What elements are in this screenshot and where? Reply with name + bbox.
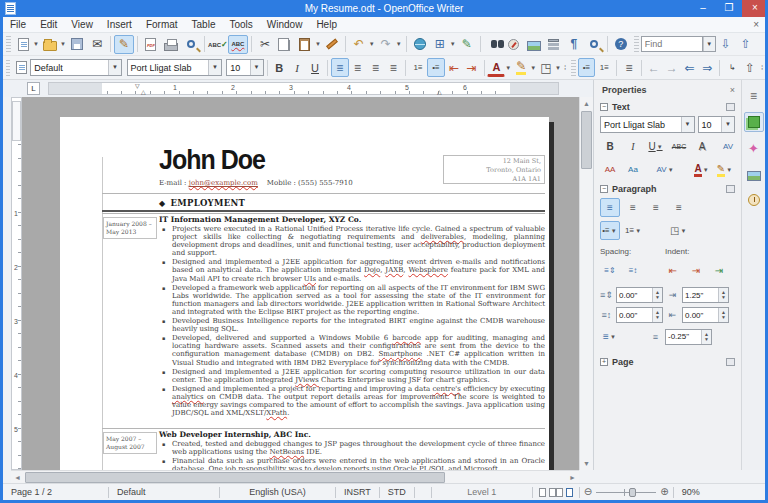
dialog-launcher-icon[interactable]	[726, 103, 735, 111]
align-center-button[interactable]: ≡	[349, 58, 367, 77]
tab-stop-selector[interactable]: L	[27, 82, 40, 95]
document-canvas[interactable]: John Doe 12 Main St, Toronto, Ontario A1…	[22, 97, 579, 470]
toolbar-grip[interactable]	[6, 36, 11, 52]
collapse-icon[interactable]: −	[600, 103, 608, 111]
status-selection-mode[interactable]: STD	[380, 487, 414, 497]
page-section-header[interactable]: + Page	[594, 354, 741, 369]
spinner-icon[interactable]: ▲▼	[718, 288, 728, 302]
formatting-marks-button[interactable]: ¶	[564, 35, 584, 54]
line-spacing-button[interactable]: ≡▼	[600, 327, 620, 346]
insert-unnumbered-entry-button[interactable]: ↳	[723, 58, 741, 77]
toolbar-overflow-icon[interactable]: ⁞	[564, 64, 566, 72]
panel-font-name-combo[interactable]: Port Lligat Slab▼	[600, 116, 695, 133]
zoom-in-icon[interactable]: ⊕	[660, 487, 668, 497]
open-button[interactable]	[40, 35, 60, 54]
menu-insert[interactable]: Insert	[100, 17, 139, 33]
panel-decrease-indent-button[interactable]: ⇥	[686, 261, 706, 280]
gallery-button[interactable]	[524, 35, 544, 54]
menu-format[interactable]: Format	[139, 17, 185, 33]
chevron-down-icon[interactable]: ▼	[108, 60, 121, 75]
export-pdf-button[interactable]: PDF	[141, 35, 161, 54]
help-button[interactable]: ?	[611, 35, 631, 54]
align-right-button[interactable]: ≡	[367, 58, 385, 77]
panel-grow-font-button[interactable]: AA	[600, 160, 620, 179]
status-page-number[interactable]: Page 1 / 2	[3, 487, 108, 497]
menu-help[interactable]: Help	[309, 17, 344, 33]
first-line-indent-field[interactable]: -0.25" ▲▼	[665, 329, 712, 345]
font-name-combo[interactable]: Port Lligat Slab▼	[127, 59, 222, 76]
menu-tools[interactable]: Tools	[222, 17, 259, 33]
right-indent-marker[interactable]: △	[437, 88, 442, 95]
auto-spellcheck-button[interactable]: ABC	[228, 35, 248, 54]
sidebar-tab-styles[interactable]: ✦	[744, 138, 764, 158]
move-up-button[interactable]: ⇧	[741, 58, 759, 77]
chevron-down-icon[interactable]: ▼	[33, 41, 39, 47]
decrease-paragraph-spacing-button[interactable]: ≡↕	[623, 261, 643, 280]
sidebar-tab-navigator[interactable]	[744, 190, 764, 210]
chevron-down-icon[interactable]: ▼	[703, 167, 709, 173]
chevron-down-icon[interactable]: ▼	[611, 228, 617, 234]
menu-file[interactable]: File	[3, 17, 33, 33]
styles-button[interactable]	[12, 58, 30, 77]
text-section-header[interactable]: − Text	[594, 99, 741, 114]
panel-underline-button[interactable]: U▼	[646, 137, 666, 156]
italic-button[interactable]: I	[288, 58, 306, 77]
panel-shrink-font-button[interactable]: Aa	[623, 160, 643, 179]
panel-font-color-button[interactable]: A▼	[692, 160, 712, 179]
data-sources-button[interactable]	[544, 35, 564, 54]
copy-button[interactable]	[275, 35, 295, 54]
paragraph-style-combo[interactable]: Default▼	[30, 59, 122, 76]
bold-button[interactable]: B	[270, 58, 288, 77]
chevron-down-icon[interactable]: ▼	[610, 334, 616, 340]
edit-mode-button[interactable]: ✎	[114, 35, 134, 54]
chevron-down-icon[interactable]: ▼	[505, 65, 511, 71]
chevron-down-icon[interactable]: ▼	[208, 60, 221, 75]
underline-button[interactable]: U	[306, 58, 324, 77]
spelling-button[interactable]: ABC✓	[208, 35, 228, 54]
panel-char-spacing-button[interactable]: AV▼	[655, 160, 676, 179]
switch-indent-button[interactable]: ⇥	[709, 261, 729, 280]
spinner-icon[interactable]: ▲▼	[652, 288, 662, 302]
print-button[interactable]	[161, 35, 181, 54]
menu-window[interactable]: Window	[260, 17, 310, 33]
panel-increase-indent-button[interactable]: ⇤	[663, 261, 683, 280]
numbering-button[interactable]: 1≡	[409, 58, 427, 77]
panel-bullets-button[interactable]: •≡▼	[600, 221, 620, 240]
spinner-icon[interactable]: ▲▼	[718, 308, 728, 322]
book-view-icon[interactable]	[566, 488, 573, 497]
dialog-launcher-icon[interactable]	[726, 358, 735, 366]
title-bar[interactable]: My Resume.odt - OpenOffice Writer – ❐ ×	[0, 0, 768, 17]
panel-font-size-combo[interactable]: 10▼	[698, 116, 735, 133]
left-indent-marker[interactable]: △	[141, 88, 146, 95]
first-line-indent-marker[interactable]: ▽	[135, 82, 140, 89]
chevron-down-icon[interactable]: ▼	[657, 144, 663, 150]
collapse-icon[interactable]: −	[600, 185, 608, 193]
status-language[interactable]: English (USA)	[220, 487, 335, 497]
chevron-down-icon[interactable]: ▼	[555, 65, 561, 71]
vertical-ruler[interactable]: 1 2 3 4 5	[11, 97, 22, 470]
menu-table[interactable]: Table	[185, 17, 223, 33]
sidebar-tab-gallery[interactable]	[744, 164, 764, 184]
menu-edit[interactable]: Edit	[33, 17, 64, 33]
scroll-up-icon[interactable]: ▲	[580, 97, 593, 110]
bullet-list-toggle-button[interactable]: •≡	[578, 58, 596, 77]
insert-table-button[interactable]: ⊞	[430, 35, 450, 54]
panel-increase-spacing-button[interactable]: AV	[718, 137, 738, 156]
menu-view[interactable]: View	[64, 17, 100, 33]
sidebar-menu-button[interactable]: ≡	[744, 86, 764, 106]
horizontal-scroll-thumb[interactable]	[25, 472, 445, 483]
demote-with-subpoints-button[interactable]: ⇒	[698, 58, 716, 77]
chevron-down-icon[interactable]: ▼	[450, 41, 456, 47]
cut-button[interactable]: ✂	[255, 35, 275, 54]
spinner-icon[interactable]: ▲▼	[652, 308, 662, 322]
align-left-button[interactable]: ≡	[331, 58, 349, 77]
single-page-view-icon[interactable]	[539, 488, 546, 497]
undo-button[interactable]: ↶	[349, 35, 369, 54]
justify-button[interactable]: ≡	[384, 58, 402, 77]
panel-numbering-button[interactable]: 1≡▼	[623, 221, 644, 240]
horizontal-scrollbar[interactable]: ◄ ►	[11, 470, 579, 483]
panel-strikethrough-button[interactable]: ABC	[669, 137, 689, 156]
chevron-down-icon[interactable]: ▼	[530, 65, 536, 71]
after-text-indent-field[interactable]: 0.00" ▲▼	[682, 307, 729, 323]
panel-bold-button[interactable]: B	[600, 137, 620, 156]
